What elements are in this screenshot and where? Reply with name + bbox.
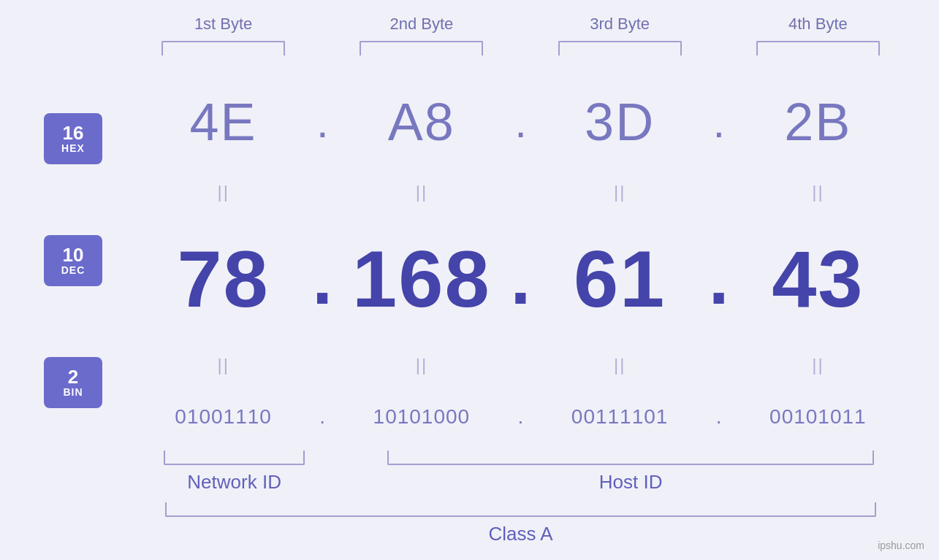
byte-header-4: 4th Byte: [788, 15, 848, 34]
hex-row: 4E . A8 . 3D . 2B: [146, 92, 895, 152]
equals-row-2: || || || ||: [146, 354, 895, 376]
byte-header-3: 3rd Byte: [590, 15, 650, 34]
dot-hex-2: .: [514, 97, 527, 147]
byte-col-3: 3rd Byte: [543, 15, 697, 34]
bracket-bottom-network: [164, 450, 305, 465]
equals-row-1: || || || ||: [146, 181, 895, 203]
bracket-top-2: [360, 41, 483, 55]
bracket-bottom-host: [387, 450, 874, 465]
dec-val-3: 61: [574, 232, 666, 325]
byte-header-2: 2nd Byte: [389, 15, 453, 34]
eq2-4: ||: [812, 355, 824, 375]
byte-header-1: 1st Byte: [194, 15, 252, 34]
bin-val-1: 01001110: [175, 405, 272, 429]
hex-val-1: 4E: [190, 92, 257, 152]
dec-val-2: 168: [352, 232, 491, 325]
byte-col-1: 1st Byte: [146, 15, 300, 34]
dot-dec-3: .: [709, 237, 729, 321]
eq1-1: ||: [217, 182, 229, 202]
bin-val-2: 10101000: [373, 405, 471, 429]
byte-headers: 1st Byte 2nd Byte 3rd Byte 4th Byte: [44, 15, 895, 34]
eq2-1: ||: [217, 355, 229, 375]
bottom-labels-row: Network ID Host ID: [44, 471, 895, 494]
eq1-3: ||: [614, 182, 626, 202]
bracket-top-3: [558, 41, 682, 55]
hex-badge: 16 HEX: [44, 113, 102, 164]
byte-col-4: 4th Byte: [741, 15, 895, 34]
host-id-label: Host ID: [599, 471, 663, 494]
class-bracket-container: Class A: [146, 502, 895, 545]
eq2-2: ||: [416, 355, 427, 375]
values-grid: 4E . A8 . 3D . 2B || || || || 78: [146, 77, 895, 443]
watermark: ipshu.com: [878, 540, 924, 551]
base-labels: 16 HEX 10 DEC 2 BIN: [44, 77, 146, 443]
dot-bin-3: .: [716, 405, 722, 429]
hex-val-2: A8: [388, 92, 455, 152]
main-container: 1st Byte 2nd Byte 3rd Byte 4th Byte 16: [0, 0, 939, 560]
eq1-2: ||: [416, 182, 427, 202]
bin-row: 01001110 . 10101000 . 00111101 . 0010101…: [146, 405, 895, 429]
bracket-class-full: [165, 502, 877, 517]
class-label: Class A: [488, 523, 552, 545]
bottom-section: Network ID Host ID Class A: [44, 450, 895, 545]
bracket-top-4: [756, 41, 880, 55]
dot-dec-1: .: [312, 237, 332, 321]
network-id-label: Network ID: [187, 471, 281, 494]
top-brackets: [44, 41, 895, 55]
dot-bin-1: .: [319, 405, 325, 429]
bin-val-4: 00101011: [769, 405, 867, 429]
bin-badge: 2 BIN: [44, 357, 102, 408]
bracket-top-1: [161, 41, 285, 55]
dot-hex-3: .: [712, 97, 725, 147]
dot-hex-1: .: [316, 97, 329, 147]
hex-val-4: 2B: [784, 92, 851, 152]
dot-bin-2: .: [518, 405, 524, 429]
dec-badge: 10 DEC: [44, 235, 102, 286]
bin-val-3: 00111101: [571, 405, 669, 429]
class-row: Class A: [44, 502, 895, 545]
dec-val-4: 43: [772, 232, 864, 325]
dot-dec-2: .: [511, 237, 531, 321]
content-area: 16 HEX 10 DEC 2 BIN 4E . A8 . 3D . 2B: [44, 77, 895, 443]
eq1-4: ||: [812, 182, 824, 202]
hex-val-3: 3D: [585, 92, 655, 152]
bottom-brackets-row: [44, 450, 895, 465]
byte-col-2: 2nd Byte: [344, 15, 498, 34]
eq2-3: ||: [614, 355, 626, 375]
dec-val-1: 78: [177, 232, 269, 325]
dec-row: 78 . 168 . 61 . 43: [146, 232, 895, 325]
